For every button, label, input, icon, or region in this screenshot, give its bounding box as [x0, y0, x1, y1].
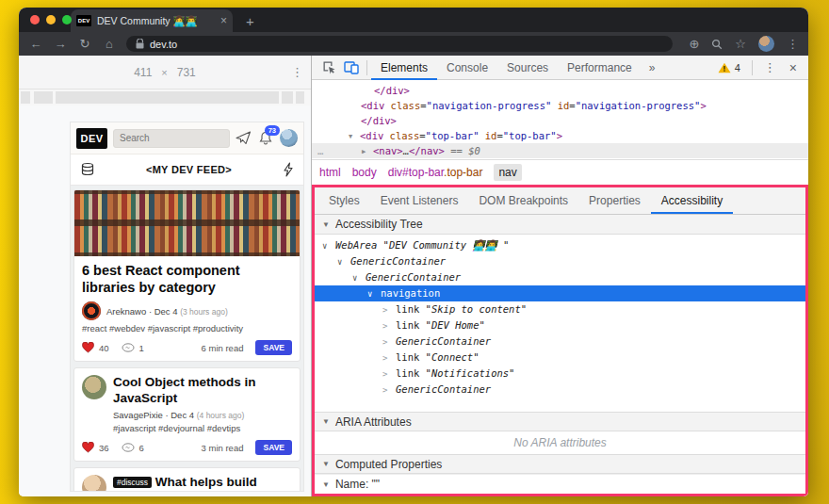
a11y-tree-node[interactable]: ∨navigation	[315, 285, 805, 301]
devtools-menu-icon[interactable]: ⋮	[758, 60, 782, 74]
media-query-segment[interactable]	[296, 91, 304, 104]
panel-tab-accessibility[interactable]: Accessibility	[651, 187, 733, 214]
back-icon[interactable]: ←	[28, 37, 43, 51]
article-tags[interactable]: #javascript #devjournal #devtips	[113, 423, 292, 433]
devtools-tab-elements[interactable]: Elements	[371, 56, 437, 80]
devtools-tab-performance[interactable]: Performance	[558, 56, 642, 80]
address-bar[interactable]: dev.to	[126, 36, 673, 52]
heart-icon[interactable]	[82, 442, 94, 453]
a11y-tree-node[interactable]: >GenericContainer	[315, 333, 805, 350]
close-window-button[interactable]	[30, 15, 40, 24]
a11y-tree-node[interactable]: >link "Notifications"	[315, 366, 805, 382]
dev-logo[interactable]: DEV	[76, 128, 107, 149]
article-title[interactable]: 6 best React component libraries by cate…	[82, 263, 292, 296]
a11y-tree-node[interactable]: >link "Connect"	[315, 350, 805, 366]
warnings-indicator[interactable]: 4	[712, 62, 746, 73]
save-button[interactable]: SAVE	[255, 440, 292, 455]
a11y-tree-node[interactable]: ∨GenericContainer	[315, 269, 805, 285]
bookmark-star-icon[interactable]: ☆	[735, 37, 746, 51]
new-tab-button[interactable]: +	[246, 11, 254, 32]
computed-properties-section-header[interactable]: ▼ Computed Properties	[315, 454, 805, 474]
expand-arrow-icon[interactable]: ▶	[362, 144, 373, 159]
reading-list-icon[interactable]	[80, 162, 95, 177]
breadcrumb-item-body[interactable]: body	[352, 166, 377, 179]
expand-arrow-icon[interactable]: >	[382, 334, 396, 350]
comment-icon[interactable]	[122, 443, 135, 453]
code-line[interactable]: …▶<nav>…</nav> == $0	[312, 143, 808, 158]
minimize-window-button[interactable]	[46, 15, 56, 24]
zoom-page-icon[interactable]: ⊕	[689, 37, 699, 51]
devtools-tab-sources[interactable]: Sources	[497, 56, 558, 80]
expand-arrow-icon[interactable]: ▼	[349, 129, 360, 144]
collapse-arrow-icon[interactable]: ∨	[337, 254, 350, 270]
comment-icon[interactable]	[122, 343, 135, 353]
panel-tab-event-listeners[interactable]: Event Listeners	[370, 187, 469, 214]
article-tags[interactable]: #react #webdev #javascript #productivity	[82, 323, 292, 333]
accessibility-tree-section-header[interactable]: ▼ Accessibility Tree	[315, 215, 805, 235]
notifications-bell-icon[interactable]: 73	[259, 131, 272, 145]
media-query-segment[interactable]	[34, 91, 53, 104]
discuss-tag-badge[interactable]: #discuss	[113, 477, 152, 488]
toggle-device-toolbar-icon[interactable]	[340, 57, 363, 79]
a11y-tree-node[interactable]: ∨WebArea "DEV Community 👩‍💻👨‍💻 "	[315, 237, 805, 253]
article-card[interactable]: 6 best React component libraries by cate…	[73, 189, 301, 362]
breadcrumb-item-div-top-bar[interactable]: div#top-bar.top-bar	[388, 166, 483, 179]
home-icon[interactable]: ⌂	[102, 37, 117, 51]
expand-arrow-icon[interactable]: >	[382, 302, 396, 318]
computed-name-row[interactable]: ▼ Name: ""	[315, 474, 805, 494]
panel-tab-styles[interactable]: Styles	[318, 187, 370, 214]
zoom-window-button[interactable]	[62, 15, 72, 24]
a11y-tree-node[interactable]: >link "DEV Home"	[315, 317, 805, 333]
breadcrumb-item-html[interactable]: html	[319, 166, 341, 179]
devtools-close-icon[interactable]: ×	[784, 60, 803, 75]
heart-icon[interactable]	[82, 342, 94, 353]
save-button[interactable]: SAVE	[255, 340, 292, 355]
device-height-value[interactable]: 731	[177, 66, 196, 79]
forward-icon[interactable]: →	[53, 37, 68, 51]
expand-arrow-icon[interactable]: >	[382, 382, 396, 398]
devtools-tab-console[interactable]: Console	[437, 56, 497, 80]
code-line[interactable]: </div>	[312, 83, 808, 98]
collapse-arrow-icon[interactable]: ∨	[322, 238, 335, 254]
media-query-segment[interactable]	[56, 91, 279, 104]
expand-arrow-icon[interactable]: >	[382, 318, 396, 334]
site-user-avatar[interactable]	[280, 129, 298, 147]
code-line[interactable]: </div>	[312, 113, 808, 128]
device-width-value[interactable]: 411	[134, 66, 152, 79]
media-query-segment[interactable]	[282, 91, 293, 104]
panel-tab-properties[interactable]: Properties	[578, 187, 651, 214]
aria-empty-message: No ARIA attributes	[315, 431, 805, 454]
article-card[interactable]: #discuss What helps build developer conf…	[73, 467, 301, 491]
code-line[interactable]: <div class="navigation-progress" id="nav…	[312, 98, 808, 113]
aria-attributes-section-header[interactable]: ▼ ARIA Attributes	[315, 412, 805, 431]
author-avatar[interactable]	[82, 301, 101, 320]
a11y-tree-node[interactable]: >link "Skip to content"	[315, 301, 805, 317]
author-avatar[interactable]	[82, 475, 106, 491]
expand-arrow-icon[interactable]: >	[382, 366, 396, 382]
a11y-tree-node[interactable]: >GenericContainer	[315, 382, 805, 398]
media-query-segment[interactable]	[21, 91, 30, 104]
browser-tab[interactable]: DEV DEV Community 👩‍💻👨‍💻 ×	[71, 9, 233, 32]
article-title[interactable]: Cool Object methods in JavaScript	[113, 375, 292, 406]
collapse-arrow-icon[interactable]: ∨	[352, 270, 366, 286]
device-toolbar-menu-icon[interactable]: ⋮	[291, 65, 303, 79]
profile-avatar[interactable]	[758, 36, 774, 52]
author-avatar[interactable]	[82, 375, 106, 399]
inspect-element-icon[interactable]	[317, 57, 340, 79]
more-tabs-icon[interactable]: »	[642, 61, 663, 74]
a11y-tree-node[interactable]: ∨GenericContainer	[315, 253, 805, 269]
collapse-arrow-icon[interactable]: ∨	[367, 286, 381, 302]
connect-paper-plane-icon[interactable]	[236, 131, 252, 145]
expand-arrow-icon[interactable]: >	[382, 350, 396, 366]
breadcrumb-item-nav[interactable]: nav	[494, 164, 521, 181]
lightning-icon[interactable]	[283, 162, 294, 177]
site-search-input[interactable]	[113, 129, 230, 148]
media-query-bar[interactable]	[19, 89, 311, 106]
article-card[interactable]: Cool Object methods in JavaScript Savage…	[73, 367, 301, 462]
reload-icon[interactable]: ↻	[77, 37, 92, 51]
chrome-menu-icon[interactable]: ⋮	[787, 37, 799, 51]
tab-close-icon[interactable]: ×	[220, 14, 227, 27]
code-line[interactable]: ▼<div class="top-bar" id="top-bar">	[312, 128, 808, 143]
search-icon[interactable]	[711, 39, 723, 50]
panel-tab-dom-breakpoints[interactable]: DOM Breakpoints	[468, 187, 578, 214]
